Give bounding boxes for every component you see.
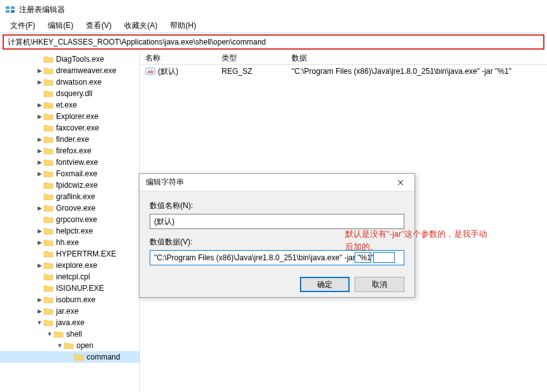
folder-icon (43, 215, 53, 224)
tree-expand-icon[interactable]: ▶ (36, 308, 43, 314)
menu-edit[interactable]: 编辑(E) (43, 19, 78, 32)
tree-item[interactable]: ▶firefox.exe (0, 145, 139, 157)
tree-item[interactable]: ▶HYPERTRM.EXE (0, 248, 139, 260)
tree-expand-icon[interactable]: ▶ (36, 262, 43, 269)
folder-icon (43, 78, 53, 87)
tree-expand-icon[interactable]: ▶ (36, 182, 43, 188)
list-row[interactable]: ab (默认) REG_SZ "C:\Program Files (x86)\J… (140, 65, 547, 78)
tree-item[interactable]: ▶grpconv.exe (0, 214, 139, 225)
tree-item[interactable]: ▼java.exe (0, 317, 139, 328)
tree-item-label: finder.exe (56, 135, 89, 144)
tree-expand-icon[interactable]: ▶ (36, 79, 43, 85)
folder-icon (43, 101, 53, 109)
tree-item[interactable]: ▶et.exe (0, 99, 139, 111)
address-path: 计算机\HKEY_CLASSES_ROOT\Applications\java.… (8, 37, 266, 48)
folder-icon (43, 249, 53, 258)
tree-item-label: helpctr.exe (56, 227, 93, 235)
tree-item[interactable]: ▶Explorer.exe (0, 111, 139, 122)
value-type: REG_SZ (217, 67, 287, 76)
window-titlebar: 注册表编辑器 (0, 0, 547, 19)
tree-item-label: Foxmail.exe (56, 169, 97, 178)
menu-help[interactable]: 帮助(H) (165, 19, 201, 32)
folder-icon (74, 353, 84, 361)
tree-item[interactable]: ▶fpidcwiz.exe (0, 179, 139, 191)
folder-icon (43, 307, 53, 316)
tree-item[interactable]: ▶graflink.exe (0, 191, 139, 202)
tree-expand-icon[interactable]: ▼ (46, 331, 53, 337)
tree-expand-icon[interactable]: ▶ (36, 251, 43, 257)
tree-item[interactable]: ▶drwatson.exe (0, 76, 139, 88)
tree-expand-icon[interactable]: ▶ (36, 102, 43, 108)
tree-expand-icon[interactable]: ▶ (36, 67, 43, 74)
tree-item[interactable]: ▶iexplore.exe (0, 260, 139, 271)
tree-expand-icon[interactable]: ▶ (36, 125, 43, 131)
tree-expand-icon[interactable]: ▶ (36, 239, 43, 246)
tree-item[interactable]: ▶fontview.exe (0, 157, 139, 168)
tree-item[interactable]: ▶dsquery.dll (0, 88, 139, 99)
address-bar[interactable]: 计算机\HKEY_CLASSES_ROOT\Applications\java.… (3, 34, 544, 50)
folder-icon (64, 341, 74, 350)
tree-expand-icon[interactable]: ▶ (66, 354, 74, 360)
tree-item[interactable]: ▶hh.exe (0, 237, 139, 248)
tree-item-label: dreamweaver.exe (56, 66, 117, 75)
tree-item[interactable]: ▶DiagTools.exe (0, 53, 139, 65)
column-name[interactable]: 名称 (140, 51, 217, 64)
tree-expand-icon[interactable]: ▶ (36, 113, 43, 120)
svg-rect-0 (6, 6, 10, 9)
tree-item[interactable]: ▶Groove.exe (0, 202, 139, 214)
tree-panel[interactable]: ▶DiagTools.exe▶dreamweaver.exe▶drwatson.… (0, 51, 140, 392)
tree-item[interactable]: ▼open (0, 340, 139, 351)
value-data: "C:\Program Files (x86)\Java\jre1.8.0_25… (287, 67, 547, 76)
list-header: 名称 类型 数据 (140, 51, 547, 65)
tree-item[interactable]: ▶faxcover.exe (0, 122, 139, 134)
folder-icon (43, 146, 53, 155)
tree-expand-icon[interactable]: ▶ (36, 205, 43, 211)
window-title: 注册表编辑器 (19, 4, 65, 15)
tree-item[interactable]: ▶isoburn.exe (0, 294, 139, 305)
column-data[interactable]: 数据 (287, 51, 547, 64)
tree-item-label: graflink.exe (56, 192, 95, 201)
tree-item[interactable]: ▶jar.exe (0, 305, 139, 317)
column-type[interactable]: 类型 (217, 51, 287, 64)
tree-expand-icon[interactable]: ▶ (36, 159, 43, 165)
tree-expand-icon[interactable]: ▶ (36, 148, 43, 154)
tree-item[interactable]: ▶Foxmail.exe (0, 168, 139, 179)
folder-icon (43, 192, 53, 201)
tree-item-label: drwatson.exe (56, 78, 101, 87)
tree-item[interactable]: ▼shell (0, 328, 139, 340)
tree-item[interactable]: ▶command (0, 351, 139, 363)
value-name-input[interactable] (150, 214, 404, 229)
tree-item[interactable]: ▶ISIGNUP.EXE (0, 283, 139, 294)
tree-item-label: iexplore.exe (56, 261, 97, 270)
tree-expand-icon[interactable]: ▶ (36, 297, 43, 303)
tree-expand-icon[interactable]: ▶ (36, 285, 43, 291)
tree-item[interactable]: ▶dreamweaver.exe (0, 65, 139, 76)
tree-expand-icon[interactable]: ▶ (36, 90, 43, 97)
menubar: 文件(F) 编辑(E) 查看(V) 收藏夹(A) 帮助(H) (0, 19, 547, 33)
tree-item[interactable]: ▶finder.exe (0, 134, 139, 145)
value-name-label: 数值名称(N): (150, 200, 404, 211)
tree-item[interactable]: ▶helpctr.exe (0, 225, 139, 237)
tree-expand-icon[interactable]: ▶ (36, 274, 43, 280)
menu-file[interactable]: 文件(F) (5, 19, 40, 32)
dialog-close-button[interactable] (390, 176, 411, 189)
svg-text:ab: ab (148, 69, 153, 74)
tree-expand-icon[interactable]: ▶ (36, 136, 43, 143)
tree-expand-icon[interactable]: ▶ (36, 216, 43, 223)
folder-icon (43, 261, 53, 270)
tree-expand-icon[interactable]: ▼ (36, 319, 43, 326)
tree-expand-icon[interactable]: ▶ (36, 193, 43, 200)
tree-expand-icon[interactable]: ▶ (36, 228, 43, 234)
tree-item-label: Groove.exe (56, 204, 96, 213)
menu-view[interactable]: 查看(V) (81, 19, 117, 32)
tree-item-label: fpidcwiz.exe (56, 181, 97, 190)
ok-button[interactable]: 确定 (300, 277, 350, 292)
tree-expand-icon[interactable]: ▶ (36, 171, 43, 177)
dialog-titlebar[interactable]: 编辑字符串 (139, 174, 415, 192)
cancel-button[interactable]: 取消 (355, 277, 404, 292)
tree-expand-icon[interactable]: ▼ (56, 342, 64, 349)
tree-expand-icon[interactable]: ▶ (36, 56, 43, 62)
tree-item[interactable]: ▶inetcpl.cpl (0, 271, 139, 283)
menu-favorites[interactable]: 收藏夹(A) (119, 19, 162, 32)
dialog-title: 编辑字符串 (146, 177, 184, 188)
